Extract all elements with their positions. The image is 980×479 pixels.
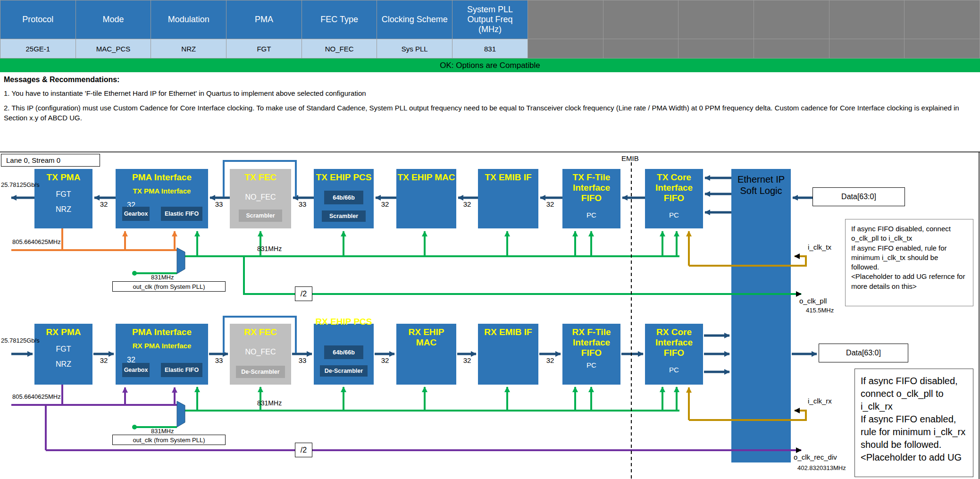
- tx-ftile-fifo-mode: PC: [562, 203, 620, 219]
- tx-gearbox-label: Gearbox: [124, 210, 148, 217]
- tx-out-clk-box: out_clk (from System PLL): [112, 281, 226, 292]
- rx-elastic-fifo-subblock: Elastic FIFO: [161, 363, 202, 377]
- rx-core-fifo-mode: PC: [645, 358, 703, 374]
- modulation-value-cell[interactable]: NRZ: [151, 39, 226, 59]
- empty-cell: [905, 39, 980, 59]
- rx-out-clk-label: out_clk (from System PLL): [133, 437, 205, 444]
- tx-fec-scrambler-label: Scrambler: [246, 212, 275, 219]
- rx-pcs-descrambler-subblock: De-Scrambler: [320, 365, 368, 377]
- o-clk-pll-freq-label: 415.5MHz: [806, 307, 834, 314]
- rx-fec-descrambler-subblock: De-Scrambler: [236, 366, 285, 378]
- rx-pma-pma-type: FGT: [34, 337, 92, 353]
- rx-out-clk-box: out_clk (from System PLL): [112, 435, 226, 445]
- rx-pma-title: RX PMA: [34, 324, 92, 337]
- tx-fec-mode: NO_FEC: [230, 183, 291, 202]
- tx-ehip-pcs-block: TX EHIP PCS 64b/66b Scrambler: [314, 169, 374, 228]
- rx-sysclk-lines: [134, 387, 679, 427]
- i-clk-tx-label: i_clk_tx: [808, 243, 831, 251]
- rx-pma-modulation: NRZ: [34, 353, 92, 369]
- tx-sysclk-freq-label: 831MHz: [257, 245, 282, 252]
- empty-header-cell: [678, 0, 754, 39]
- rx-div2-label: /2: [301, 446, 307, 454]
- tx-64b66b-subblock: 64b/66b: [324, 191, 363, 204]
- rx-pma-interface-title: PMA Interface: [116, 324, 208, 337]
- tx-fec-scrambler-subblock: Scrambler: [239, 210, 282, 222]
- rx-pma-interface-block: PMA Interface RX PMA Interface 32 Gearbo…: [116, 324, 208, 385]
- rx-pma-interface-subtitle: RX PMA Interface: [116, 337, 208, 350]
- tx-ftile-fifo-title: TX F-Tile Interface FIFO: [562, 169, 620, 203]
- empty-header-cell: [905, 0, 980, 39]
- tx-width-2: 33: [212, 200, 226, 208]
- col-modulation: Modulation: [151, 0, 226, 39]
- col-protocol: Protocol: [0, 0, 76, 39]
- tx-fec-title: TX FEC: [230, 169, 291, 183]
- rx-core-interface-fifo-block: RX Core Interface FIFO PC: [645, 324, 703, 385]
- i-clk-rx-label: i_clk_rx: [808, 397, 832, 405]
- rx-64b66b-subblock: 64b/66b: [324, 345, 363, 359]
- tx-gearbox-subblock: Gearbox: [122, 207, 150, 221]
- tx-64b66b-label: 64b/66b: [333, 194, 355, 201]
- tx-pma-block: TX PMA FGT NRZ: [34, 169, 92, 228]
- fec-type-value-cell[interactable]: NO_FEC: [302, 39, 377, 59]
- empty-cell: [603, 39, 678, 59]
- rx-sysclk-tap-dot: [132, 425, 137, 429]
- rx-ehip-mac-block: RX EHIP MAC: [396, 324, 456, 385]
- rx-div2-box: /2: [295, 443, 312, 457]
- syspll-freq-value-cell[interactable]: 831: [452, 39, 528, 59]
- status-text: OK: Options are Compatible: [440, 61, 540, 70]
- tx-clock-mux-icon: [177, 248, 185, 274]
- ethernet-ip-soft-logic-block: Ethernet IP Soft Logic: [731, 169, 791, 462]
- tx-sysclk-lines: [134, 231, 801, 294]
- o-clk-rec-div-label: o_clk_rec_div: [794, 453, 837, 461]
- col-fec-type: FEC Type: [302, 0, 377, 39]
- o-clk-pll-label: o_clk_pll: [799, 297, 827, 305]
- rx-async-fifo-note: If async FIFO disabled, connect o_clk_pl…: [854, 369, 973, 477]
- ethernet-ip-soft-logic-title: Ethernet IP Soft Logic: [731, 169, 791, 196]
- rx-mux-clk-freq-label: 831MHz: [151, 428, 174, 435]
- rx-emib-if-block: RX EMIB IF: [478, 324, 538, 385]
- tx-elastic-fifo-subblock: Elastic FIFO: [161, 207, 202, 221]
- rx-width-1: 32: [97, 356, 111, 364]
- empty-cell: [528, 39, 603, 59]
- clocking-scheme-value-cell[interactable]: Sys PLL: [377, 39, 452, 59]
- emib-label: EMIB: [621, 154, 639, 162]
- empty-header-cell: [754, 0, 829, 39]
- tx-ftile-interface-fifo-block: TX F-Tile Interface FIFO PC: [562, 169, 620, 228]
- empty-header-cell: [603, 0, 678, 39]
- col-pma: PMA: [226, 0, 302, 39]
- col-mode: Mode: [75, 0, 151, 39]
- rx-gearbox-label: Gearbox: [124, 367, 148, 373]
- empty-cell: [678, 39, 754, 59]
- tx-width-4: 32: [378, 200, 392, 208]
- tx-pma-interface-block: PMA Interface TX PMA Interface 32 Gearbo…: [116, 169, 208, 228]
- message-item-1: 1. You have to instantiate 'F-tile Ether…: [4, 88, 975, 98]
- config-table-value-row: 25GE-1 MAC_PCS NRZ FGT NO_FEC Sys PLL 83…: [0, 39, 980, 59]
- rx-clock-mux-icon: [177, 401, 185, 427]
- rx-pcs-descrambler-label: De-Scrambler: [325, 368, 363, 374]
- rx-ftile-fifo-mode: PC: [562, 358, 620, 369]
- tx-mux-clk-freq-label: 831MHz: [151, 274, 174, 281]
- tx-pma-interface-subtitle: TX PMA Interface: [116, 183, 208, 195]
- protocol-value-cell[interactable]: 25GE-1: [0, 39, 76, 59]
- rx-ftile-fifo-title: RX F-Tile Interface FIFO: [562, 324, 620, 358]
- tx-data-bus-box: Data[63:0]: [812, 187, 905, 206]
- tx-out-clk-label: out_clk (from System PLL): [133, 283, 205, 290]
- tx-div2-box: /2: [295, 286, 312, 301]
- empty-header-cell: [528, 0, 603, 39]
- empty-header-cell: [829, 0, 905, 39]
- rx-fec-descrambler-label: De-Scrambler: [241, 369, 279, 375]
- tx-async-fifo-note: If async FIFO disabled, connect o_clk_pl…: [845, 219, 973, 306]
- pma-value-cell[interactable]: FGT: [226, 39, 302, 59]
- message-item-2: 2. This IP (configuration) must use Cust…: [4, 103, 975, 123]
- tx-width-1: 32: [97, 200, 111, 208]
- rx-ehip-mac-title: RX EHIP MAC: [396, 324, 456, 348]
- lane-stream-label-box: Lane 0, Stream 0: [1, 154, 100, 167]
- rx-ftile-interface-fifo-block: RX F-Tile Interface FIFO PC: [562, 324, 620, 385]
- rx-pma-block: RX PMA FGT NRZ: [34, 324, 92, 385]
- tx-pcs-scrambler-label: Scrambler: [329, 213, 358, 219]
- tx-core-fifo-title: TX Core Interface FIFO: [645, 169, 703, 203]
- tx-pma-interface-title: PMA Interface: [116, 169, 208, 183]
- mode-value-cell[interactable]: MAC_PCS: [75, 39, 151, 59]
- rx-width-2: 33: [212, 356, 226, 364]
- rx-width-4: 32: [378, 356, 392, 364]
